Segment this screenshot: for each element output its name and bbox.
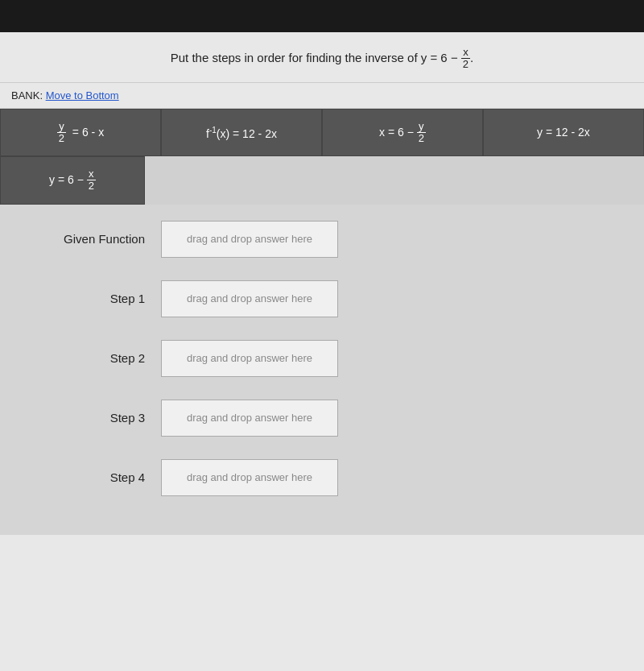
bank-tile-5[interactable]: y = 6 − x 2 bbox=[0, 156, 145, 205]
question-header: Put the steps in order for finding the i… bbox=[0, 32, 644, 83]
step-row-2: Step 2 drag and drop answer here bbox=[32, 340, 612, 377]
bank-tile-3[interactable]: x = 6 − y 2 bbox=[322, 109, 483, 157]
top-bar bbox=[0, 0, 644, 32]
tile3-frac: y 2 bbox=[417, 121, 426, 145]
given-function-label: Given Function bbox=[32, 232, 161, 246]
step1-label: Step 1 bbox=[32, 292, 161, 305]
step3-label: Step 3 bbox=[32, 411, 161, 425]
step4-placeholder: drag and drop answer here bbox=[187, 471, 312, 483]
step2-placeholder: drag and drop answer here bbox=[187, 352, 312, 364]
question-fraction: x 2 bbox=[461, 47, 470, 71]
step-row-4: Step 4 drag and drop answer here bbox=[32, 459, 612, 496]
bank-tile-2[interactable]: f-1(x) = 12 - 2x bbox=[161, 109, 322, 157]
step-row-1: Step 1 drag and drop answer here bbox=[32, 280, 612, 317]
bank-header: BANK: Move to Bottom bbox=[0, 83, 644, 109]
bank-tile-1[interactable]: y 2 = 6 - x bbox=[0, 109, 161, 157]
step1-placeholder: drag and drop answer here bbox=[187, 292, 312, 304]
answer-bank-row2: y = 6 − x 2 bbox=[0, 156, 644, 205]
given-function-placeholder: drag and drop answer here bbox=[187, 233, 312, 245]
question-text: Put the steps in order for finding the i… bbox=[171, 51, 473, 64]
main-content: Put the steps in order for finding the i… bbox=[0, 32, 644, 671]
step3-placeholder: drag and drop answer here bbox=[187, 412, 312, 424]
bank-label: BANK: bbox=[11, 89, 43, 101]
step4-dropzone[interactable]: drag and drop answer here bbox=[161, 459, 338, 496]
steps-area: Given Function drag and drop answer here… bbox=[0, 205, 644, 535]
tile1-frac: y 2 bbox=[57, 121, 66, 145]
answer-bank-row1: y 2 = 6 - x f-1(x) = 12 - 2x x = 6 − y 2… bbox=[0, 109, 644, 157]
bank-tile-4[interactable]: y = 12 - 2x bbox=[483, 109, 644, 157]
given-function-dropzone[interactable]: drag and drop answer here bbox=[161, 221, 338, 258]
step3-dropzone[interactable]: drag and drop answer here bbox=[161, 400, 338, 437]
move-to-bottom-link[interactable]: Move to Bottom bbox=[46, 89, 119, 101]
step4-label: Step 4 bbox=[32, 470, 161, 484]
step-row-3: Step 3 drag and drop answer here bbox=[32, 400, 612, 437]
step-row-given: Given Function drag and drop answer here bbox=[32, 221, 612, 258]
step2-dropzone[interactable]: drag and drop answer here bbox=[161, 340, 338, 377]
step1-dropzone[interactable]: drag and drop answer here bbox=[161, 280, 338, 317]
step2-label: Step 2 bbox=[32, 351, 161, 365]
tile5-frac: x 2 bbox=[87, 168, 96, 193]
